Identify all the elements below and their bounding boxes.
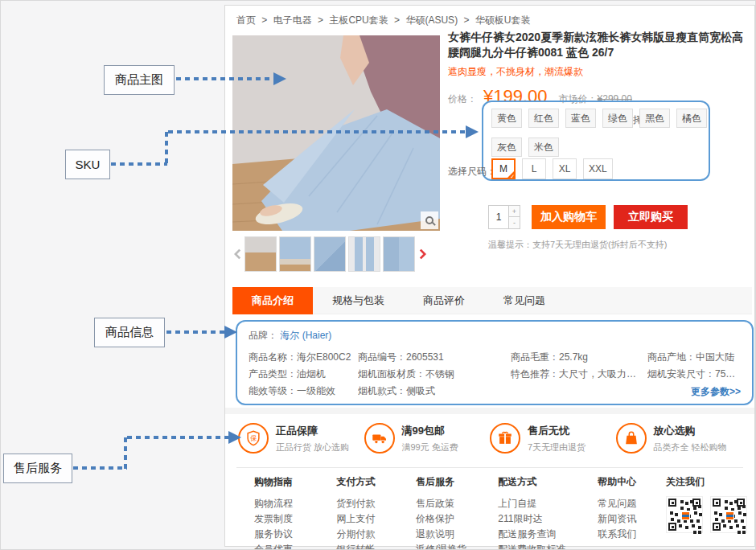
- footer-divider: [236, 467, 743, 468]
- footer-link[interactable]: 新闻资讯: [598, 511, 666, 527]
- svg-text:保: 保: [250, 435, 257, 442]
- footer-heading: 支付方式: [336, 475, 415, 489]
- size-option-xl[interactable]: XL: [553, 158, 577, 179]
- add-to-cart-button[interactable]: 加入购物车: [532, 205, 606, 229]
- quantity-increase-button[interactable]: +: [509, 205, 520, 217]
- quantity-stepper: 1 + -: [488, 205, 520, 229]
- quantity-decrease-button[interactable]: -: [509, 217, 520, 229]
- footer-heading: 帮助中心: [598, 475, 666, 489]
- annotation-arrow-product-info: [166, 330, 226, 334]
- color-option-beige[interactable]: 米色: [528, 138, 559, 157]
- screenshot-canvas: 首页 > 电子电器 > 主板CPU套装 > 华硕(ASUS) > 华硕板U套装: [0, 0, 756, 550]
- color-option-yellow[interactable]: 黄色: [491, 109, 522, 128]
- footer-col-after-sale: 售后服务 售后政策 价格保护 退款说明 返修/退换货 取消订单: [416, 475, 498, 550]
- footer-link[interactable]: 发票制度: [254, 511, 336, 527]
- product-info-box: 品牌： 海尔 (Haier) 商品名称：海尔E800C2 商品编号：260553…: [236, 320, 754, 405]
- service-title: 放心选购: [654, 424, 727, 438]
- footer-link[interactable]: 配送费收取标准: [498, 542, 598, 550]
- footer-link[interactable]: 返修/退换货: [416, 542, 498, 550]
- service-authentic: 保 正品保障 正品行货 放心选购: [238, 416, 364, 461]
- thumbnail-strip: [232, 235, 440, 273]
- footer-link[interactable]: 常见问题: [598, 496, 666, 511]
- more-params-link[interactable]: 更多参数>>: [691, 385, 741, 399]
- attr-label: 商品编号：: [358, 351, 406, 363]
- thumbnail-1[interactable]: [244, 236, 277, 272]
- footer-link[interactable]: 价格保护: [416, 511, 498, 527]
- thumbnail-2[interactable]: [279, 236, 311, 272]
- breadcrumb-separator: >: [463, 14, 469, 26]
- color-option-orange[interactable]: 橘色: [676, 109, 707, 128]
- breadcrumb-separator: >: [394, 14, 400, 26]
- attr-value: 750mm±50mm (烟...: [715, 368, 741, 380]
- footer-link[interactable]: 配送服务查询: [498, 527, 598, 542]
- breadcrumb-category2[interactable]: 主板CPU套装: [329, 14, 388, 26]
- footer-col-shopping-guide: 购物指南 购物流程 发票制度 服务协议 会员优惠: [254, 475, 336, 550]
- sku-section: 选择系列： 黄色 红色 蓝色 绿色 黑色 橘色 灰色 米色 选择尺码： M L: [448, 101, 752, 181]
- footer-col-delivery: 配送方式 上门自提 211限时达 配送服务查询 配送费收取标准 海外配送: [498, 475, 598, 550]
- thumbnail-3[interactable]: [314, 236, 346, 272]
- service-title: 正品保障: [276, 424, 349, 438]
- footer-link[interactable]: 联系我们: [598, 527, 666, 542]
- footer-link[interactable]: 网上支付: [336, 511, 415, 527]
- buy-now-button[interactable]: 立即购买: [614, 205, 688, 229]
- product-summary: 女裤牛仔裤女2020夏季新款泫雅长裤女韩版显瘦直筒宽松高腰阔腿九分牛仔裤0081…: [448, 30, 752, 107]
- footer-link[interactable]: 服务协议: [254, 527, 336, 542]
- annotation-sku-label: SKU: [65, 150, 110, 179]
- size-option-m-selected[interactable]: M: [491, 158, 516, 179]
- service-free-shipping: 满99包邮 满99元 免运费: [364, 416, 491, 461]
- tab-reviews[interactable]: 商品评价: [404, 287, 484, 314]
- gift-box-icon: [490, 423, 520, 454]
- footer-col-payment: 支付方式 货到付款 网上支付 分期付款 银行转帐: [336, 475, 415, 550]
- thumbnail-5[interactable]: [383, 236, 415, 272]
- tab-product-intro[interactable]: 商品介绍: [232, 287, 313, 314]
- footer-link[interactable]: 购物流程: [254, 496, 336, 511]
- attr-label: 特色推荐：: [511, 368, 559, 380]
- breadcrumb-separator: >: [318, 14, 323, 26]
- size-option-l[interactable]: L: [522, 158, 546, 179]
- brand-link[interactable]: 海尔 (Haier): [280, 330, 331, 341]
- attr-value: 大尺寸，大吸力，静音...: [559, 368, 647, 380]
- color-option-gray[interactable]: 灰色: [491, 138, 522, 157]
- footer-heading: 购物指南: [254, 475, 336, 489]
- color-option-black[interactable]: 黑色: [639, 109, 670, 128]
- footer-link[interactable]: 分期付款: [336, 527, 415, 542]
- size-option-xxl[interactable]: XXL: [583, 158, 613, 179]
- breadcrumb-home[interactable]: 首页: [236, 14, 256, 26]
- annotation-main-image-label: 商品主图: [104, 65, 175, 95]
- thumbs-next-icon[interactable]: [417, 236, 427, 272]
- color-option-blue[interactable]: 蓝色: [565, 109, 596, 128]
- footer-link[interactable]: 上门自提: [498, 496, 598, 511]
- thumbs-prev-icon[interactable]: [232, 236, 242, 272]
- color-option-red[interactable]: 红色: [528, 109, 559, 128]
- breadcrumb-category1[interactable]: 电子电器: [273, 14, 312, 26]
- attr-value: 油烟机: [297, 368, 326, 380]
- footer-link[interactable]: 售后政策: [416, 496, 498, 511]
- magnifier-icon[interactable]: [421, 211, 438, 229]
- service-desc: 正品行货 放心选购: [276, 441, 349, 454]
- thumbnail-4[interactable]: [348, 236, 380, 272]
- annotation-arrow-sku-seg2: [165, 132, 168, 166]
- annotation-arrow-sku-seg1: [111, 162, 167, 166]
- footer-link[interactable]: 会员优惠: [254, 542, 336, 550]
- attr-value: 2605531: [406, 351, 444, 363]
- annotation-arrow-main-image: [176, 77, 274, 80]
- tab-faq[interactable]: 常见问题: [484, 287, 565, 314]
- attr-value: 侧吸式: [406, 385, 435, 396]
- breadcrumb-brand[interactable]: 华硕(ASUS): [405, 14, 458, 26]
- color-option-green[interactable]: 绿色: [602, 109, 633, 128]
- footer-link[interactable]: 货到付款: [336, 496, 415, 511]
- footer-col-help: 帮助中心 常见问题 新闻资讯 联系我们: [598, 475, 666, 550]
- site-footer: 购物指南 购物流程 发票制度 服务协议 会员优惠 支付方式 货到付款 网上支付 …: [225, 475, 754, 550]
- truck-icon: [364, 423, 395, 454]
- product-page-panel: 首页 > 电子电器 > 主板CPU套装 > 华硕(ASUS) > 华硕板U套装: [224, 5, 755, 547]
- attr-label: 商品产地：: [647, 351, 696, 363]
- tab-spec-packaging[interactable]: 规格与包装: [313, 287, 404, 314]
- breadcrumb-separator: >: [261, 14, 267, 26]
- service-title: 满99包邮: [402, 424, 458, 438]
- footer-link[interactable]: 银行转帐: [336, 542, 415, 550]
- footer-link[interactable]: 退款说明: [416, 527, 498, 542]
- qr-code-weibo: [710, 496, 747, 533]
- return-policy-tip: 温馨提示：支持7天无理由退货(拆封后不支持): [488, 239, 667, 251]
- quantity-input[interactable]: 1: [488, 205, 509, 229]
- footer-link[interactable]: 211限时达: [498, 511, 598, 527]
